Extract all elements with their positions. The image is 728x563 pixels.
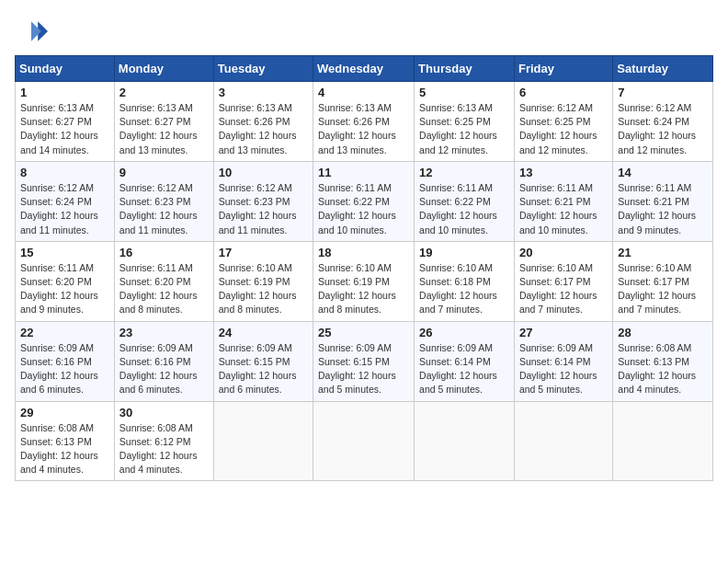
day-number: 9 — [119, 166, 209, 179]
weekday-header-monday: Monday — [114, 56, 213, 82]
day-detail: Sunrise: 6:12 AMSunset: 6:23 PMDaylight:… — [119, 181, 209, 237]
calendar-cell — [613, 401, 713, 481]
calendar-cell: 12 Sunrise: 6:11 AMSunset: 6:22 PMDaylig… — [415, 161, 515, 241]
calendar-cell: 25 Sunrise: 6:09 AMSunset: 6:15 PMDaylig… — [313, 321, 415, 401]
day-detail: Sunrise: 6:09 AMSunset: 6:15 PMDaylight:… — [318, 341, 409, 397]
day-detail: Sunrise: 6:09 AMSunset: 6:16 PMDaylight:… — [119, 341, 209, 397]
calendar-week-5: 29 Sunrise: 6:08 AMSunset: 6:13 PMDaylig… — [16, 401, 713, 481]
day-detail: Sunrise: 6:10 AMSunset: 6:17 PMDaylight:… — [519, 261, 608, 317]
calendar-week-4: 22 Sunrise: 6:09 AMSunset: 6:16 PMDaylig… — [16, 321, 713, 401]
calendar-week-2: 8 Sunrise: 6:12 AMSunset: 6:24 PMDayligh… — [16, 161, 713, 241]
weekday-header-thursday: Thursday — [415, 56, 515, 82]
weekday-header-wednesday: Wednesday — [313, 56, 415, 82]
day-detail: Sunrise: 6:09 AMSunset: 6:15 PMDaylight:… — [219, 341, 308, 397]
calendar-cell: 16 Sunrise: 6:11 AMSunset: 6:20 PMDaylig… — [114, 241, 213, 321]
day-detail: Sunrise: 6:11 AMSunset: 6:21 PMDaylight:… — [618, 181, 708, 237]
day-detail: Sunrise: 6:12 AMSunset: 6:23 PMDaylight:… — [219, 181, 308, 237]
day-number: 3 — [219, 86, 308, 99]
calendar-cell: 23 Sunrise: 6:09 AMSunset: 6:16 PMDaylig… — [114, 321, 213, 401]
calendar-cell: 14 Sunrise: 6:11 AMSunset: 6:21 PMDaylig… — [613, 161, 713, 241]
day-detail: Sunrise: 6:13 AMSunset: 6:25 PMDaylight:… — [419, 101, 509, 157]
day-number: 1 — [20, 86, 109, 99]
day-number: 19 — [419, 246, 509, 259]
day-detail: Sunrise: 6:13 AMSunset: 6:27 PMDaylight:… — [119, 101, 209, 157]
day-detail: Sunrise: 6:11 AMSunset: 6:22 PMDaylight:… — [318, 181, 409, 237]
calendar-cell: 2 Sunrise: 6:13 AMSunset: 6:27 PMDayligh… — [114, 82, 213, 162]
calendar-cell: 24 Sunrise: 6:09 AMSunset: 6:15 PMDaylig… — [213, 321, 313, 401]
calendar-cell: 20 Sunrise: 6:10 AMSunset: 6:17 PMDaylig… — [514, 241, 612, 321]
day-detail: Sunrise: 6:09 AMSunset: 6:14 PMDaylight:… — [419, 341, 509, 397]
calendar-cell: 30 Sunrise: 6:08 AMSunset: 6:12 PMDaylig… — [114, 401, 213, 481]
day-detail: Sunrise: 6:12 AMSunset: 6:24 PMDaylight:… — [20, 181, 109, 237]
calendar-cell: 4 Sunrise: 6:13 AMSunset: 6:26 PMDayligh… — [313, 82, 415, 162]
day-number: 5 — [419, 86, 509, 99]
calendar-cell: 7 Sunrise: 6:12 AMSunset: 6:24 PMDayligh… — [613, 82, 713, 162]
logo — [15, 15, 53, 48]
day-number: 15 — [20, 246, 109, 259]
calendar-table: SundayMondayTuesdayWednesdayThursdayFrid… — [15, 55, 713, 481]
day-number: 27 — [519, 326, 608, 339]
calendar-cell: 11 Sunrise: 6:11 AMSunset: 6:22 PMDaylig… — [313, 161, 415, 241]
day-number: 23 — [119, 326, 209, 339]
calendar-cell: 6 Sunrise: 6:12 AMSunset: 6:25 PMDayligh… — [514, 82, 612, 162]
calendar-cell: 17 Sunrise: 6:10 AMSunset: 6:19 PMDaylig… — [213, 241, 313, 321]
day-number: 16 — [119, 246, 209, 259]
day-detail: Sunrise: 6:11 AMSunset: 6:21 PMDaylight:… — [519, 181, 608, 237]
day-number: 25 — [318, 326, 409, 339]
day-detail: Sunrise: 6:08 AMSunset: 6:13 PMDaylight:… — [20, 421, 109, 477]
day-detail: Sunrise: 6:11 AMSunset: 6:22 PMDaylight:… — [419, 181, 509, 237]
day-number: 18 — [318, 246, 409, 259]
day-number: 11 — [318, 166, 409, 179]
day-detail: Sunrise: 6:11 AMSunset: 6:20 PMDaylight:… — [20, 261, 109, 317]
weekday-header-friday: Friday — [514, 56, 612, 82]
calendar-cell: 28 Sunrise: 6:08 AMSunset: 6:13 PMDaylig… — [613, 321, 713, 401]
day-detail: Sunrise: 6:10 AMSunset: 6:19 PMDaylight:… — [219, 261, 308, 317]
calendar-cell: 29 Sunrise: 6:08 AMSunset: 6:13 PMDaylig… — [16, 401, 115, 481]
day-number: 4 — [318, 86, 409, 99]
day-detail: Sunrise: 6:13 AMSunset: 6:26 PMDaylight:… — [219, 101, 308, 157]
day-number: 17 — [219, 246, 308, 259]
calendar-cell — [213, 401, 313, 481]
day-detail: Sunrise: 6:10 AMSunset: 6:17 PMDaylight:… — [618, 261, 708, 317]
day-number: 6 — [519, 86, 608, 99]
calendar-cell: 5 Sunrise: 6:13 AMSunset: 6:25 PMDayligh… — [415, 82, 515, 162]
day-number: 2 — [119, 86, 209, 99]
calendar-cell: 3 Sunrise: 6:13 AMSunset: 6:26 PMDayligh… — [213, 82, 313, 162]
calendar-cell: 15 Sunrise: 6:11 AMSunset: 6:20 PMDaylig… — [16, 241, 115, 321]
day-detail: Sunrise: 6:08 AMSunset: 6:12 PMDaylight:… — [119, 421, 209, 477]
calendar-cell: 22 Sunrise: 6:09 AMSunset: 6:16 PMDaylig… — [16, 321, 115, 401]
calendar-cell: 1 Sunrise: 6:13 AMSunset: 6:27 PMDayligh… — [16, 82, 115, 162]
day-detail: Sunrise: 6:11 AMSunset: 6:20 PMDaylight:… — [119, 261, 209, 317]
day-detail: Sunrise: 6:13 AMSunset: 6:26 PMDaylight:… — [318, 101, 409, 157]
day-detail: Sunrise: 6:10 AMSunset: 6:19 PMDaylight:… — [318, 261, 409, 317]
calendar-cell: 18 Sunrise: 6:10 AMSunset: 6:19 PMDaylig… — [313, 241, 415, 321]
calendar-cell — [415, 401, 515, 481]
day-number: 7 — [618, 86, 708, 99]
day-number: 21 — [618, 246, 708, 259]
day-detail: Sunrise: 6:09 AMSunset: 6:14 PMDaylight:… — [519, 341, 608, 397]
day-number: 8 — [20, 166, 109, 179]
logo-icon — [15, 15, 48, 48]
day-number: 28 — [618, 326, 708, 339]
calendar-cell: 10 Sunrise: 6:12 AMSunset: 6:23 PMDaylig… — [213, 161, 313, 241]
weekday-header-saturday: Saturday — [613, 56, 713, 82]
calendar-week-3: 15 Sunrise: 6:11 AMSunset: 6:20 PMDaylig… — [16, 241, 713, 321]
day-number: 13 — [519, 166, 608, 179]
day-number: 30 — [119, 406, 209, 419]
day-number: 12 — [419, 166, 509, 179]
calendar-cell — [313, 401, 415, 481]
day-detail: Sunrise: 6:12 AMSunset: 6:25 PMDaylight:… — [519, 101, 608, 157]
day-number: 14 — [618, 166, 708, 179]
weekday-header-sunday: Sunday — [16, 56, 115, 82]
day-number: 26 — [419, 326, 509, 339]
day-detail: Sunrise: 6:13 AMSunset: 6:27 PMDaylight:… — [20, 101, 109, 157]
calendar-cell: 8 Sunrise: 6:12 AMSunset: 6:24 PMDayligh… — [16, 161, 115, 241]
calendar-cell: 27 Sunrise: 6:09 AMSunset: 6:14 PMDaylig… — [514, 321, 612, 401]
day-number: 22 — [20, 326, 109, 339]
weekday-header-tuesday: Tuesday — [213, 56, 313, 82]
calendar-cell — [514, 401, 612, 481]
calendar-cell: 21 Sunrise: 6:10 AMSunset: 6:17 PMDaylig… — [613, 241, 713, 321]
calendar-cell: 19 Sunrise: 6:10 AMSunset: 6:18 PMDaylig… — [415, 241, 515, 321]
calendar-week-1: 1 Sunrise: 6:13 AMSunset: 6:27 PMDayligh… — [16, 82, 713, 162]
day-detail: Sunrise: 6:10 AMSunset: 6:18 PMDaylight:… — [419, 261, 509, 317]
